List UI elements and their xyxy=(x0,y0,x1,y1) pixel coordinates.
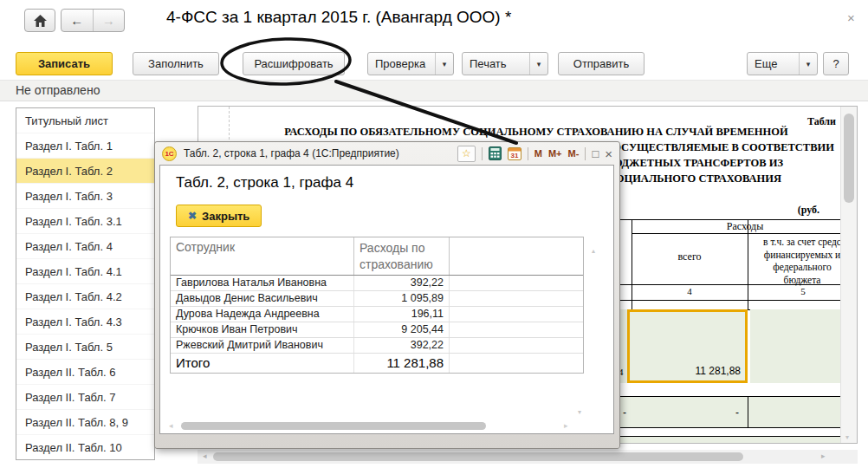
report-units-note: (руб. xyxy=(798,204,819,217)
popup-heading: Табл. 2, строка 1, графа 4 xyxy=(176,174,353,192)
scroll-left-icon[interactable]: ◂ xyxy=(203,452,207,460)
expense-cell: 196,11 xyxy=(354,307,450,322)
check-label: Проверка xyxy=(368,57,435,70)
table-row[interactable]: Давыдов Денис Васильевич1 095,89 xyxy=(171,291,583,307)
memory-plus-button[interactable]: M+ xyxy=(548,148,562,159)
chevron-down-icon[interactable]: ▾ xyxy=(800,60,817,68)
expense-cell: 392,22 xyxy=(354,338,450,353)
decrypt-button[interactable]: Расшифровать xyxy=(243,52,345,75)
chevron-down-icon[interactable]: ▾ xyxy=(436,60,453,68)
sidebar-item[interactable]: Раздел I. Табл. 4 xyxy=(16,234,154,259)
employee-cell: Ржевский Дмитрий Иванович xyxy=(171,338,354,353)
close-icon[interactable]: × xyxy=(605,146,612,161)
grid-line xyxy=(618,300,858,301)
scrollbar-thumb[interactable] xyxy=(181,422,486,430)
scrollbar-thumb[interactable] xyxy=(213,452,743,461)
fill-label: Заполнить xyxy=(141,57,211,70)
home-button[interactable] xyxy=(24,9,55,32)
table-row[interactable]: Гаврилова Наталья Ивановна392,22 xyxy=(171,276,583,291)
grid-line xyxy=(632,233,858,234)
employee-cell: Давыдов Денис Васильевич xyxy=(171,291,354,306)
svg-text:31: 31 xyxy=(510,152,518,159)
calendar-icon[interactable]: 31 xyxy=(508,146,521,160)
sidebar-item[interactable]: Раздел I. Табл. 3.1 xyxy=(16,209,154,234)
popup-titlebar-icons: ☆ 31 M M+ M- xyxy=(457,145,612,162)
popup-close-button[interactable]: ✖ Закрыть xyxy=(176,205,262,227)
sidebar-item[interactable]: Раздел I. Табл. 3 xyxy=(16,184,154,209)
sidebar-item[interactable]: Раздел II. Табл. 7 xyxy=(16,385,154,410)
table-row[interactable]: Ржевский Дмитрий Иванович392,22 xyxy=(171,338,583,354)
maximize-icon[interactable]: □ xyxy=(592,147,599,160)
sidebar-item[interactable]: Раздел I. Табл. 4.2 xyxy=(16,284,154,309)
more-dropdown-button[interactable]: Еще ▾ xyxy=(747,52,818,75)
save-button[interactable]: Записать xyxy=(16,52,113,75)
divider xyxy=(585,147,586,160)
empty-cell xyxy=(450,354,583,373)
forward-button[interactable]: → xyxy=(94,10,125,31)
main-horizontal-scrollbar[interactable]: ◂ ▸ xyxy=(198,450,858,464)
scroll-up-icon[interactable]: ▴ xyxy=(592,247,595,255)
col-header-employee[interactable]: Сотрудник xyxy=(171,237,354,275)
sidebar-item[interactable]: Раздел II. Табл. 10 xyxy=(16,435,154,460)
employee-cell: Крючков Иван Петрович xyxy=(171,322,354,337)
report-table-fragment: Расходы всего в т.ч. за счет средс финан… xyxy=(618,218,858,444)
scroll-left-icon[interactable]: ◂ xyxy=(169,421,173,430)
check-dropdown-button[interactable]: Проверка ▾ xyxy=(367,52,454,75)
popup-horizontal-scrollbar[interactable]: ◂ ▸ xyxy=(169,420,574,432)
sidebar-item[interactable]: Раздел I. Табл. 1 xyxy=(16,133,154,159)
employee-cell: Гаврилова Наталья Ивановна xyxy=(171,276,354,290)
report-title-line: ОСУЩЕСТВЛЯЕМЫЕ В СООТВЕТСТВИИ xyxy=(612,141,834,154)
help-button[interactable]: ? xyxy=(823,52,849,75)
cross-icon: ✖ xyxy=(188,210,197,222)
report-col-federal-line: бюджета xyxy=(749,274,855,287)
sidebar: Титульный листРаздел I. Табл. 1Раздел I.… xyxy=(16,107,155,460)
scroll-right-icon[interactable]: ▸ xyxy=(564,421,568,430)
send-label: Отправить xyxy=(567,57,636,70)
selected-cell-value: 11 281,88 xyxy=(696,365,742,377)
fill-button[interactable]: Заполнить xyxy=(133,52,219,75)
favorites-star-icon[interactable]: ☆ xyxy=(457,146,476,162)
empty-cell xyxy=(450,322,583,337)
report-col-number: 4 xyxy=(632,286,748,296)
send-button[interactable]: Отправить xyxy=(558,52,645,75)
sidebar-item[interactable]: Раздел II. Табл. 6 xyxy=(16,360,154,385)
sidebar-item[interactable]: Раздел I. Табл. 4.1 xyxy=(16,259,154,284)
scroll-down-icon[interactable]: ▾ xyxy=(845,433,849,441)
sidebar-item[interactable]: Раздел I. Табл. 4.3 xyxy=(16,309,154,335)
chevron-down-icon[interactable]: ▾ xyxy=(530,60,547,68)
memory-button[interactable]: M xyxy=(534,148,542,159)
status-bar: Не отправлено xyxy=(0,80,868,101)
report-row[interactable]: - - xyxy=(618,396,858,428)
back-button[interactable]: ← xyxy=(62,10,94,31)
report-col-federal-line: финансируемых и xyxy=(749,249,855,262)
calculator-icon[interactable] xyxy=(489,146,502,160)
memory-minus-button[interactable]: M- xyxy=(568,148,580,159)
col-header-expenses[interactable]: Расходы по страхованию xyxy=(354,237,450,275)
app-window: ← → 4-ФСС за 1 квартал 2015 г. (Авангард… xyxy=(0,0,868,468)
sidebar-item[interactable]: Титульный лист xyxy=(16,108,154,133)
report-vertical-scrollbar[interactable]: ▾ xyxy=(840,107,857,443)
popup-titlebar[interactable]: 1С Табл. 2, строка 1, графа 4 (1С:Предпр… xyxy=(155,142,619,165)
scroll-right-icon[interactable]: ▸ xyxy=(821,452,826,460)
divider xyxy=(528,147,528,160)
selected-report-cell[interactable]: 11 281,88 xyxy=(627,309,748,383)
report-col-federal-line: в т.ч. за счет средс xyxy=(749,236,855,249)
scrollbar-thumb[interactable] xyxy=(844,114,854,203)
report-col-group: Расходы xyxy=(632,220,858,233)
grid-line xyxy=(748,397,748,427)
popup-close-label: Закрыть xyxy=(202,210,249,223)
popup-window-title: Табл. 2, строка 1, графа 4 (1С:Предприят… xyxy=(184,147,399,159)
table-row[interactable]: Крючков Иван Петрович9 205,44 xyxy=(171,322,583,338)
sidebar-item[interactable]: Раздел I. Табл. 5 xyxy=(16,335,154,360)
print-dropdown-button[interactable]: Печать ▾ xyxy=(462,52,548,75)
employee-cell: Дурова Надежда Андреевна xyxy=(171,307,354,322)
scroll-down-icon[interactable]: ▾ xyxy=(578,408,581,416)
close-icon[interactable]: × xyxy=(847,10,855,25)
sidebar-item[interactable]: Раздел I. Табл. 2 xyxy=(16,159,154,184)
help-label: ? xyxy=(826,57,845,70)
table-total-row[interactable]: Итого 11 281,88 xyxy=(171,354,583,373)
more-label: Еще xyxy=(748,57,799,70)
sidebar-item[interactable]: Раздел II. Табл. 8, 9 xyxy=(16,410,154,435)
table-row[interactable]: Дурова Надежда Андреевна196,11 xyxy=(171,307,583,322)
report-row[interactable] xyxy=(618,436,858,444)
